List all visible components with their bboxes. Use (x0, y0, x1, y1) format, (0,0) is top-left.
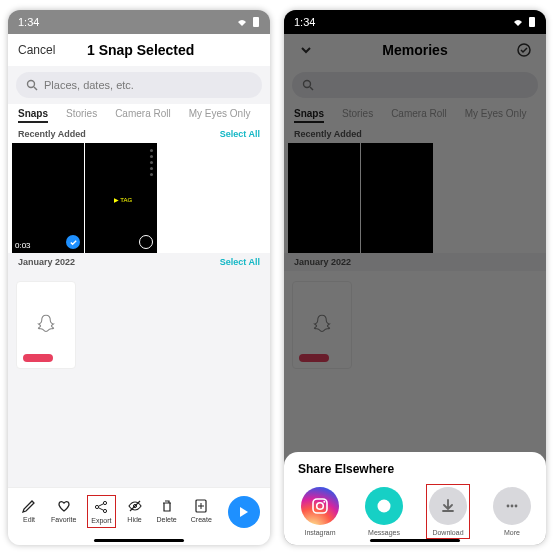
svg-point-23 (515, 505, 518, 508)
search-input[interactable]: Places, dates, etc. (16, 72, 262, 98)
share-download[interactable]: Download (426, 484, 470, 539)
instagram-icon (301, 487, 339, 525)
search-icon (302, 79, 314, 91)
share-instagram[interactable]: Instagram (298, 484, 342, 539)
search-input[interactable] (292, 72, 538, 98)
svg-point-19 (323, 501, 325, 503)
tab-my-eyes-only[interactable]: My Eyes Only (465, 108, 527, 123)
svg-point-4 (104, 501, 107, 504)
select-all-button[interactable]: Select All (220, 129, 260, 139)
content-area (8, 379, 270, 487)
edit-button[interactable]: Edit (18, 495, 40, 528)
status-time: 1:34 (18, 16, 39, 28)
share-more[interactable]: More (490, 484, 534, 539)
delete-button[interactable]: Delete (154, 495, 180, 528)
svg-line-6 (99, 504, 104, 507)
tab-my-eyes-only[interactable]: My Eyes Only (189, 108, 251, 123)
svg-point-14 (518, 44, 530, 56)
snap-thumbnail[interactable]: 0:03 (12, 143, 84, 253)
wifi-icon (236, 17, 248, 27)
send-button[interactable] (228, 496, 260, 528)
tab-snaps[interactable]: Snaps (18, 108, 48, 123)
create-button[interactable]: Create (188, 495, 215, 528)
svg-point-3 (96, 505, 99, 508)
statusbar: 1:34 (284, 10, 546, 34)
svg-line-16 (310, 87, 313, 90)
status-icons (512, 16, 536, 28)
cancel-button[interactable]: Cancel (18, 43, 55, 57)
send-arrow-icon (236, 504, 252, 520)
memories-title: Memories (382, 42, 447, 58)
more-icon (493, 487, 531, 525)
vertical-dots-icon (150, 149, 153, 176)
svg-point-1 (28, 81, 35, 88)
snap-thumbnail[interactable] (288, 143, 360, 253)
phone-left: 1:34 Cancel 1 Snap Selected Places, date… (8, 10, 270, 545)
snap-thumbnail[interactable]: ▶ TAG (85, 143, 157, 253)
pencil-icon (21, 498, 37, 514)
select-all-button[interactable]: Select All (220, 257, 260, 267)
svg-point-15 (304, 81, 311, 88)
snap-duration: 0:03 (15, 241, 31, 250)
section-recently-added: Recently Added (284, 125, 546, 143)
share-messages[interactable]: Messages (362, 484, 406, 539)
ghost-icon (33, 312, 59, 338)
status-time: 1:34 (294, 16, 315, 28)
section-label: January 2022 (18, 257, 75, 267)
tab-stories[interactable]: Stories (342, 108, 373, 123)
download-icon (429, 487, 467, 525)
phone-right: 1:34 Memories Snaps Stories Camera Roll … (284, 10, 546, 545)
heart-icon (56, 498, 72, 514)
status-icons (236, 16, 260, 28)
favorite-button[interactable]: Favorite (48, 495, 79, 528)
svg-point-20 (378, 500, 391, 513)
selection-title: 1 Snap Selected (87, 42, 194, 58)
tabs: Snaps Stories Camera Roll My Eyes Only (284, 104, 546, 125)
snap-thumbnail[interactable] (361, 143, 433, 253)
selection-header: Cancel 1 Snap Selected (8, 34, 270, 66)
messages-icon (365, 487, 403, 525)
snap-thumbnail[interactable] (292, 281, 352, 369)
check-circle-icon[interactable] (516, 42, 532, 58)
memories-header: Memories (284, 34, 546, 66)
share-sheet: Share Elsewhere Instagram Messages Downl… (284, 452, 546, 545)
unselected-ring-icon (139, 235, 153, 249)
share-title: Share Elsewhere (298, 462, 532, 476)
tab-snaps[interactable]: Snaps (294, 108, 324, 123)
tab-stories[interactable]: Stories (66, 108, 97, 123)
ghost-icon (309, 312, 335, 338)
selected-check-icon (66, 235, 80, 249)
eye-off-icon (127, 498, 143, 514)
svg-point-18 (317, 503, 324, 510)
snap-thumbnail[interactable] (16, 281, 76, 369)
section-january: January 2022 Select All (8, 253, 270, 271)
tabs: Snaps Stories Camera Roll My Eyes Only (8, 104, 270, 125)
plus-page-icon (193, 498, 209, 514)
svg-line-7 (99, 508, 104, 511)
gesture-bar[interactable] (8, 535, 270, 545)
battery-icon (528, 16, 536, 28)
share-icon (93, 499, 109, 515)
svg-rect-0 (253, 17, 259, 27)
section-recently-added: Recently Added Select All (8, 125, 270, 143)
toolbar: Edit Favorite Export Hide Delete Create (8, 487, 270, 535)
thumbnail-row (284, 143, 546, 253)
export-button[interactable]: Export (87, 495, 115, 528)
wifi-icon (512, 17, 524, 27)
svg-point-5 (104, 509, 107, 512)
tab-camera-roll[interactable]: Camera Roll (391, 108, 447, 123)
trash-icon (159, 498, 175, 514)
section-label: Recently Added (18, 129, 86, 139)
hide-button[interactable]: Hide (124, 495, 146, 528)
section-january: January 2022 (284, 253, 546, 271)
gesture-bar[interactable] (284, 535, 546, 545)
statusbar: 1:34 (8, 10, 270, 34)
svg-point-21 (507, 505, 510, 508)
tab-camera-roll[interactable]: Camera Roll (115, 108, 171, 123)
svg-rect-13 (529, 17, 535, 27)
story-pill-icon (23, 354, 53, 362)
chevron-down-icon[interactable] (298, 42, 314, 58)
story-pill-icon (299, 354, 329, 362)
svg-point-22 (511, 505, 514, 508)
snap-tag-icon: ▶ TAG (114, 196, 132, 203)
